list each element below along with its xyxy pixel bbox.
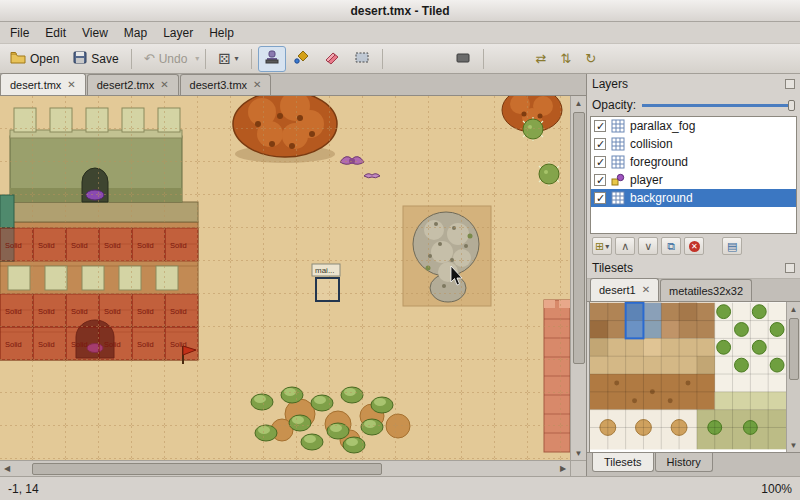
bucket-icon [294,50,310,68]
tileset-tab-metatiles32x32[interactable]: metatiles32x32 [660,279,752,301]
canvas-area: Solid Solid Solid Solid Solid Solid Soli… [0,96,586,460]
tileset-tab-bar: desert1 ✕ metatiles32x32 [587,278,800,302]
menu-map[interactable]: Map [116,23,155,43]
tileset-preview[interactable] [590,302,786,450]
random-mode-button[interactable]: ⚄ ▾ [212,47,244,71]
layer-name: parallax_fog [630,119,695,133]
scrollbar-thumb[interactable] [32,463,382,475]
add-layer-button[interactable]: ⊞▾ [592,237,612,255]
dark-rectangle-icon [455,50,471,68]
scroll-left-icon[interactable]: ◀ [0,462,14,476]
scroll-up-icon[interactable]: ▲ [572,96,586,110]
scrollbar-corner [570,460,586,476]
opacity-row: Opacity: [587,94,800,116]
opacity-label: Opacity: [592,98,636,112]
visibility-checkbox[interactable] [594,138,606,150]
eraser-tool[interactable] [318,46,346,72]
layer-row-background[interactable]: background [591,189,796,207]
layer-row-collision[interactable]: collision [591,135,796,153]
close-icon[interactable]: ✕ [67,80,75,90]
properties-icon: ▤ [727,240,737,253]
statusbar: -1, 14 100% [0,476,800,500]
menu-file[interactable]: File [2,23,37,43]
rotate-button[interactable]: ↻ [579,47,602,70]
menu-view[interactable]: View [74,23,116,43]
toolbar-separator [382,49,383,69]
layer-properties-button[interactable]: ▤ [722,237,742,255]
canvas-vertical-scrollbar[interactable]: ▲ ▼ [570,96,586,460]
layer-name: player [630,173,663,187]
menu-edit[interactable]: Edit [37,23,74,43]
tab-desert3-tmx[interactable]: desert3.tmx ✕ [180,74,272,95]
layers-panel-title: Layers [592,77,628,91]
tileset-scrollbar[interactable]: ▲ ▼ [786,302,800,452]
scrollbar-thumb[interactable] [789,318,799,380]
titlebar: desert.tmx - Tiled [0,0,800,22]
layer-row-foreground[interactable]: foreground [591,153,796,171]
duplicate-layer-button[interactable]: ⧉ [661,237,681,255]
tileset-view: ▲ ▼ [589,302,800,452]
dock-tab-history[interactable]: History [655,453,713,472]
visibility-checkbox[interactable] [594,192,606,204]
tab-desert-tmx[interactable]: desert.tmx ✕ [0,73,86,95]
tile-selection-highlight [316,278,339,301]
remove-layer-button[interactable]: ✕ [684,237,704,255]
tile-grid [0,96,570,460]
toolbar-separator [131,49,132,69]
scrollbar-track[interactable] [14,462,556,476]
scroll-down-icon[interactable]: ▼ [787,438,800,452]
tile-layer-icon [611,191,625,205]
rectangular-select-tool[interactable] [348,46,376,72]
lower-layer-button[interactable]: ∨ [638,237,658,255]
redo-dropdown-icon[interactable]: ▾ [195,54,199,63]
menubar: File Edit View Map Layer Help [0,22,800,44]
flip-horizontal-button[interactable]: ⇄ [530,47,553,70]
scroll-up-icon[interactable]: ▲ [787,302,800,316]
save-button[interactable]: Save [67,47,124,71]
scroll-down-icon[interactable]: ▼ [572,446,586,460]
rectangle-object-tool[interactable] [449,46,477,72]
undo-button[interactable]: ↶ Undo [138,47,194,70]
close-icon[interactable]: ✕ [160,80,168,90]
toolbar-separator [251,49,252,69]
menu-help[interactable]: Help [201,23,242,43]
object-layer-icon [611,173,625,187]
close-icon[interactable]: ✕ [642,285,650,295]
tileset-tab-desert1[interactable]: desert1 ✕ [590,278,659,301]
tab-label: desert3.tmx [190,79,247,91]
scrollbar-track[interactable] [572,110,586,446]
float-panel-icon[interactable] [785,79,795,89]
float-panel-icon[interactable] [785,263,795,273]
map-canvas[interactable]: Solid Solid Solid Solid Solid Solid Soli… [0,96,570,460]
tab-label: desert2.tmx [97,79,154,91]
stamp-brush-tool[interactable] [258,46,286,72]
visibility-checkbox[interactable] [594,156,606,168]
opacity-slider[interactable] [642,98,795,113]
bucket-fill-tool[interactable] [288,46,316,72]
layer-name: collision [630,137,673,151]
layer-row-parallax-fog[interactable]: parallax_fog [591,117,796,135]
flip-vertical-button[interactable]: ⇅ [554,47,577,70]
menu-layer[interactable]: Layer [155,23,201,43]
visibility-checkbox[interactable] [594,120,606,132]
toolbar-separator [205,49,206,69]
visibility-checkbox[interactable] [594,174,606,186]
tile-layer-icon [611,119,625,133]
layer-row-player[interactable]: player [591,171,796,189]
close-icon[interactable]: ✕ [253,80,261,90]
tab-desert2-tmx[interactable]: desert2.tmx ✕ [87,74,179,95]
raise-layer-button[interactable]: ∧ [615,237,635,255]
slider-handle[interactable] [788,100,795,111]
scrollbar-thumb[interactable] [573,112,585,364]
canvas-horizontal-scrollbar[interactable]: ◀ ▶ [0,460,570,476]
dock-tab-tilesets[interactable]: Tilesets [592,453,654,472]
scroll-right-icon[interactable]: ▶ [556,462,570,476]
open-label: Open [30,52,59,66]
toolbar-separator [483,49,484,69]
map-editor-column: desert.tmx ✕ desert2.tmx ✕ desert3.tmx ✕ [0,74,586,476]
tile-layer-icon [611,137,625,151]
slider-fill [642,104,788,107]
layer-name: foreground [630,155,688,169]
open-folder-icon [10,51,26,67]
open-button[interactable]: Open [4,47,65,71]
